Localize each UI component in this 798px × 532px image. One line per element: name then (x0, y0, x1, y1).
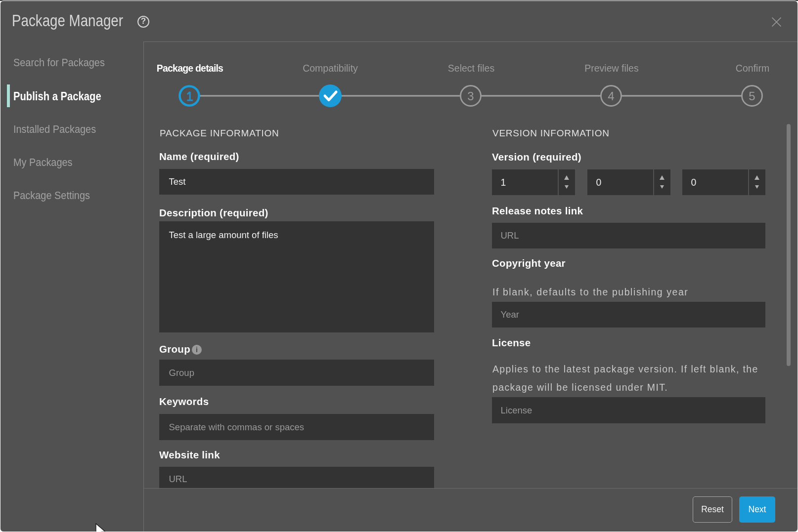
svg-text:3: 3 (467, 89, 474, 102)
svg-text:4: 4 (608, 89, 614, 102)
svg-text:5: 5 (749, 89, 755, 102)
